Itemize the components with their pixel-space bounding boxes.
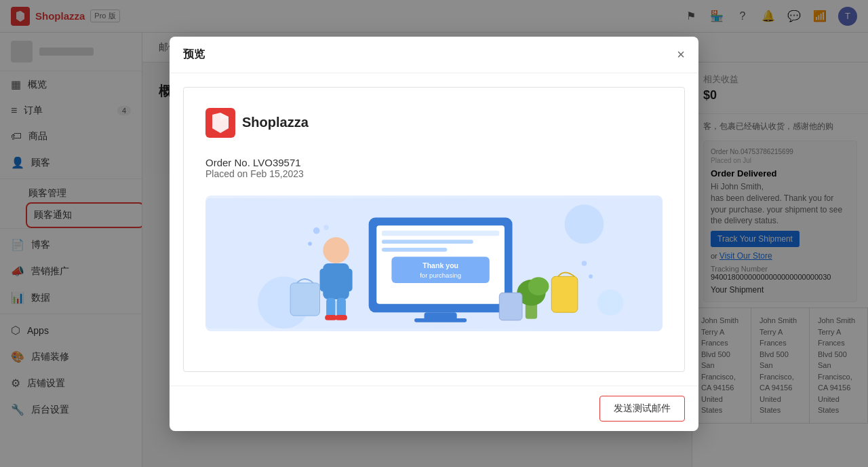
svg-rect-10 — [382, 247, 447, 251]
modal-close-button[interactable]: × — [677, 48, 685, 61]
svg-rect-22 — [325, 315, 336, 320]
svg-point-3 — [565, 204, 604, 244]
svg-rect-19 — [342, 268, 352, 291]
svg-point-16 — [323, 237, 349, 263]
svg-point-30 — [313, 227, 320, 234]
email-preview-content: Shoplazza Order No. LVO39571 Placed on F… — [183, 87, 685, 372]
svg-text:Thank you: Thank you — [422, 261, 458, 269]
svg-rect-9 — [382, 240, 473, 244]
svg-point-27 — [528, 277, 549, 295]
modal-header: 预览 × — [170, 37, 698, 73]
svg-rect-20 — [326, 298, 335, 318]
svg-rect-24 — [290, 282, 319, 315]
modal-body: Shoplazza Order No. LVO39571 Placed on F… — [170, 73, 698, 386]
order-date-text: Placed on Feb 15,2023 — [205, 168, 663, 179]
modal-title: 预览 — [183, 48, 205, 62]
svg-text:for purchasing: for purchasing — [420, 272, 461, 279]
email-brand: Shoplazza — [205, 108, 663, 138]
svg-rect-28 — [551, 276, 578, 312]
svg-point-32 — [323, 225, 329, 230]
email-illustration: Thank you for purchasing — [205, 195, 663, 331]
svg-rect-8 — [382, 230, 499, 236]
svg-point-34 — [589, 274, 593, 278]
preview-modal: 预览 × Shoplazza Order No. LVO39571 Placed — [170, 37, 698, 431]
svg-rect-29 — [499, 293, 522, 320]
svg-rect-15 — [414, 318, 467, 322]
order-info: Order No. LVO39571 Placed on Feb 15,2023 — [205, 157, 663, 179]
modal-footer: 发送测试邮件 — [170, 386, 698, 431]
svg-rect-21 — [337, 298, 346, 318]
svg-point-5 — [597, 289, 624, 316]
svg-point-31 — [308, 242, 312, 246]
order-number: Order No. LVO39571 — [205, 157, 663, 168]
svg-point-33 — [582, 261, 587, 266]
brand-name-text: Shoplazza — [242, 115, 309, 130]
svg-rect-23 — [336, 315, 347, 320]
modal-overlay[interactable]: 预览 × Shoplazza Order No. LVO39571 Placed — [0, 0, 868, 467]
svg-rect-18 — [320, 268, 330, 291]
brand-logo-icon — [205, 108, 235, 138]
send-test-email-button[interactable]: 发送测试邮件 — [599, 396, 685, 422]
illustration-svg: Thank you for purchasing — [205, 195, 663, 331]
